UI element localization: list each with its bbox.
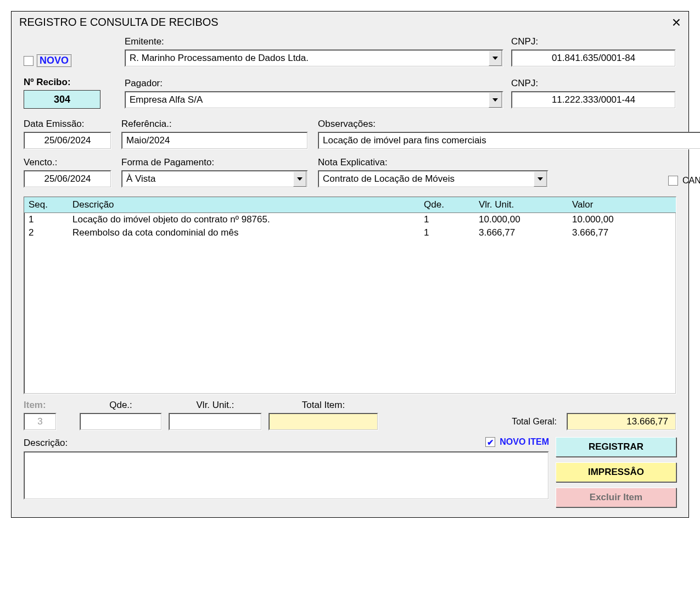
items-table[interactable]: Seq. Descrição Qde. Vlr. Unit. Valor 1Lo… <box>24 197 676 394</box>
cell-seq: 1 <box>24 213 68 226</box>
novo-checkbox[interactable] <box>24 56 33 66</box>
chevron-down-icon[interactable] <box>489 51 502 66</box>
referencia-label: Referência.: <box>121 119 308 130</box>
emitente-label: Emitente: <box>125 36 503 47</box>
cnpj-emitente-value: 01.841.635/0001-84 <box>552 53 635 64</box>
forma-pag-value: À Vista <box>126 174 292 184</box>
total-geral-field: 13.666,77 <box>567 413 676 430</box>
vlr-unit-label: Vlr. Unit.: <box>169 400 262 411</box>
item-label: Item: <box>24 400 73 411</box>
cell-unit: 10.000,00 <box>474 213 568 226</box>
table-row[interactable]: 2Reembolso da cota condominial do mês13.… <box>24 226 676 239</box>
data-emissao-value: 25/06/2024 <box>44 135 91 146</box>
vencto-label: Vencto.: <box>24 157 111 168</box>
num-recibo-label: Nº Recibo: <box>24 77 117 88</box>
total-geral-label: Total Geral: <box>512 417 557 427</box>
col-qde: Qde. <box>419 197 474 212</box>
table-body: 1Locação do imóvel objeto do contrato nº… <box>24 213 676 239</box>
referencia-field[interactable]: Maio/2024 <box>121 132 308 149</box>
window-title: REGISTRO E CONSULTA DE RECIBOS <box>19 16 219 29</box>
close-icon[interactable]: × <box>672 17 681 28</box>
novo-item-label: NOVO ITEM <box>500 437 549 447</box>
cnpj-emitente-field[interactable]: 01.841.635/0001-84 <box>511 49 676 67</box>
excluir-item-button[interactable]: Excluir Item <box>556 488 676 507</box>
total-item-label: Total Item: <box>268 400 378 411</box>
cnpj-pagador-value: 11.222.333/0001-44 <box>552 94 635 105</box>
qde-label: Qde.: <box>80 400 162 411</box>
data-emissao-label: Data Emissão: <box>24 119 111 130</box>
emitente-value: R. Marinho Processamento de Dados Ltda. <box>130 53 488 64</box>
pagador-label: Pagador: <box>125 78 503 89</box>
col-unit: Vlr. Unit. <box>474 197 568 212</box>
nota-exp-value: Contrato de Locação de Móveis <box>323 174 533 184</box>
cnpj-pagador-label: CNPJ: <box>511 78 676 89</box>
descricao-label: Descrição: <box>24 438 68 449</box>
pagador-combo[interactable]: Empresa Alfa S/A <box>125 91 503 109</box>
cell-seq: 2 <box>24 226 68 239</box>
descricao-field[interactable] <box>24 451 549 500</box>
forma-pag-combo[interactable]: À Vista <box>121 170 308 188</box>
observacoes-value: Locação de imóvel para fins comerciais <box>323 135 486 146</box>
cnpj-emitente-label: CNPJ: <box>511 36 676 47</box>
cell-qde: 1 <box>419 213 474 226</box>
chevron-down-icon[interactable] <box>534 171 547 187</box>
cell-valor: 10.000,00 <box>568 213 676 226</box>
content-area: NOVO Emitente: R. Marinho Processamento … <box>12 34 688 517</box>
vencto-field[interactable]: 25/06/2024 <box>24 170 111 188</box>
nota-exp-label: Nota Explicativa: <box>318 157 548 168</box>
col-desc: Descrição <box>68 197 419 212</box>
registrar-button[interactable]: REGISTRAR <box>556 437 676 457</box>
impressao-button[interactable]: IMPRESSÂO <box>556 462 676 482</box>
item-number-field: 3 <box>24 413 57 430</box>
num-recibo-field[interactable]: 304 <box>24 90 100 109</box>
observacoes-field[interactable]: Locação de imóvel para fins comerciais <box>318 132 700 149</box>
num-recibo-value: 304 <box>54 94 70 105</box>
table-row[interactable]: 1Locação do imóvel objeto do contrato nº… <box>24 213 676 226</box>
receipt-window: REGISTRO E CONSULTA DE RECIBOS × NOVO Em… <box>11 11 689 518</box>
table-header: Seq. Descrição Qde. Vlr. Unit. Valor <box>24 197 676 213</box>
total-geral-value: 13.666,77 <box>626 416 668 427</box>
col-seq: Seq. <box>24 197 68 212</box>
data-emissao-field[interactable]: 25/06/2024 <box>24 132 111 149</box>
col-valor: Valor <box>568 197 676 212</box>
chevron-down-icon[interactable] <box>293 171 306 187</box>
vencto-value: 25/06/2024 <box>44 174 91 184</box>
titlebar: REGISTRO E CONSULTA DE RECIBOS × <box>12 12 688 34</box>
qde-field[interactable] <box>80 413 162 430</box>
nota-exp-combo[interactable]: Contrato de Locação de Móveis <box>318 170 548 188</box>
referencia-value: Maio/2024 <box>126 135 170 146</box>
cell-desc: Reembolso da cota condominial do mês <box>68 226 419 239</box>
item-number-value: 3 <box>37 416 42 427</box>
cnpj-pagador-field[interactable]: 11.222.333/0001-44 <box>511 91 676 109</box>
emitente-combo[interactable]: R. Marinho Processamento de Dados Ltda. <box>125 49 503 67</box>
total-item-field <box>268 413 378 430</box>
cancelado-checkbox[interactable] <box>668 176 678 186</box>
vlr-unit-field[interactable] <box>169 413 262 430</box>
novo-item-checkbox[interactable]: ✔ <box>485 437 495 447</box>
cancelado-label: CANCELADO <box>682 176 700 186</box>
novo-label: NOVO <box>37 54 71 67</box>
cell-qde: 1 <box>419 226 474 239</box>
chevron-down-icon[interactable] <box>489 92 502 108</box>
forma-pag-label: Forma de Pagamento: <box>121 157 308 168</box>
cell-valor: 3.666,77 <box>568 226 676 239</box>
cell-unit: 3.666,77 <box>474 226 568 239</box>
cell-desc: Locação do imóvel objeto do contrato nº … <box>68 213 419 226</box>
pagador-value: Empresa Alfa S/A <box>130 94 488 105</box>
observacoes-label: Observações: <box>318 119 700 130</box>
